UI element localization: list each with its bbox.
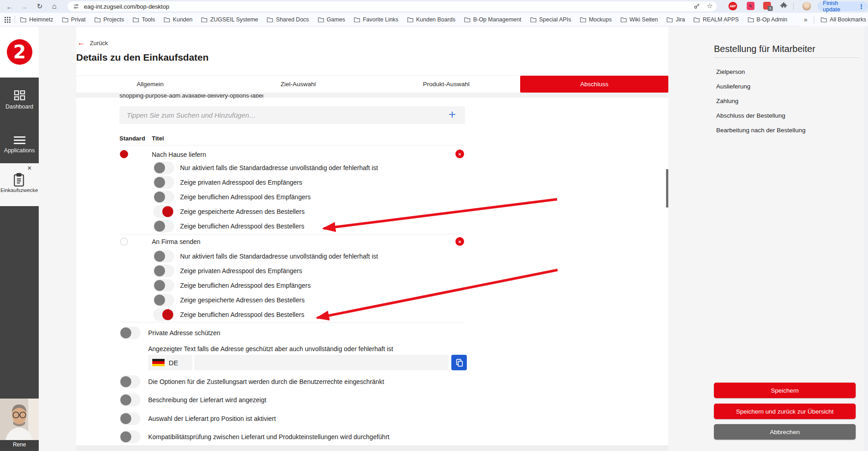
browser-toolbar: ← → ↻ ⌂ eag-int.zugseil.com/bop-desktop … xyxy=(0,0,868,13)
tab-produkt-auswahl[interactable]: Produkt-Auswahl xyxy=(372,76,521,93)
back-link[interactable]: ← Zurück xyxy=(78,38,108,47)
window-edge-scroll-area[interactable] xyxy=(864,26,868,451)
setting-toggle[interactable] xyxy=(153,176,174,189)
setting-toggle[interactable] xyxy=(153,161,174,174)
browser-menu-icon[interactable]: ⋮ xyxy=(858,3,864,10)
add-plus-icon[interactable]: + xyxy=(449,108,456,121)
setting-toggle[interactable] xyxy=(153,279,174,292)
bookmark-folder[interactable]: REALM APPS xyxy=(693,16,739,23)
sidebar-item-einkaufszwecke[interactable]: × Einkaufszwecke xyxy=(0,163,39,206)
bookmark-folder[interactable]: Kunden xyxy=(164,16,192,23)
copy-text-button[interactable] xyxy=(451,355,467,370)
vertical-scrollbar-thumb[interactable] xyxy=(666,169,668,207)
zugseil-logo[interactable]: 2 xyxy=(0,26,39,78)
nav-item-zahlung[interactable]: Zahlung xyxy=(716,98,739,104)
bookmark-folder[interactable]: Wiki Seiten xyxy=(620,16,658,23)
setting-toggle[interactable] xyxy=(153,264,174,277)
divider xyxy=(119,145,465,145)
url-bar[interactable]: eag-int.zugseil.com/bop-desktop ☆ xyxy=(67,1,717,11)
close-icon[interactable]: × xyxy=(27,164,31,172)
bookmarks-overflow-icon[interactable]: » xyxy=(804,16,807,23)
browser-back-icon[interactable]: ← xyxy=(4,0,16,13)
user-avatar[interactable] xyxy=(0,399,39,440)
delivery-per-position-toggle[interactable] xyxy=(119,412,140,425)
save-and-back-button[interactable]: Speichern und zurück zur Übersicht xyxy=(714,404,856,419)
bookmark-star-icon[interactable]: ☆ xyxy=(707,2,713,10)
compatibility-check-toggle[interactable] xyxy=(119,430,140,443)
bookmark-folder[interactable]: Special APIs xyxy=(530,16,571,23)
standard-radio[interactable] xyxy=(120,150,128,158)
pen-extension-icon[interactable]: ✎ xyxy=(747,2,754,10)
password-key-icon[interactable] xyxy=(694,3,700,11)
close-icon: × xyxy=(458,239,461,244)
notification-extension-icon[interactable]: 5 xyxy=(763,2,771,10)
browser-profile-avatar[interactable] xyxy=(802,2,811,10)
bookmark-folder[interactable]: Favorite Links xyxy=(354,16,398,23)
search-input[interactable] xyxy=(119,106,465,124)
bookmarks-bar: Heimnetz Privat Projects Tools Kunden ZU… xyxy=(0,13,868,26)
setting-toggle[interactable] xyxy=(153,294,174,306)
tab-allgemein[interactable]: Allgemein xyxy=(76,76,224,93)
sidebar-item-applications[interactable]: Applications xyxy=(0,136,39,154)
folder-icon xyxy=(354,17,360,22)
bookmark-folder[interactable]: Tools xyxy=(133,16,155,23)
protected-text-input[interactable] xyxy=(194,355,449,370)
app-sidebar: 2 Dashboard Applications × Einkaufszweck… xyxy=(0,26,39,451)
apps-grid-icon[interactable] xyxy=(5,16,10,25)
url-text[interactable]: eag-int.zugseil.com/bop-desktop xyxy=(84,3,169,10)
nav-item-bearbeitung-nach-der-bestellung[interactable]: Bearbeitung nach der Bestellung xyxy=(716,127,806,134)
bookmark-folder[interactable]: ZUGSEIL Systeme xyxy=(201,16,258,23)
bookmark-folder[interactable]: Jira xyxy=(666,16,685,23)
setting-label: Zeige gespeicherte Adressen des Bestelle… xyxy=(180,207,305,216)
nav-item-abschluss-der-bestellung[interactable]: Abschluss der Bestellung xyxy=(716,112,785,119)
save-button[interactable]: Speichern xyxy=(714,383,856,398)
browser-home-icon[interactable]: ⌂ xyxy=(48,0,60,13)
language-selector[interactable]: DE xyxy=(148,355,192,370)
notification-count-badge: 5 xyxy=(768,6,773,11)
adblock-extension-icon[interactable]: ABP xyxy=(728,2,737,10)
setting-toggle[interactable] xyxy=(153,220,174,233)
bookmark-folder[interactable]: Heimnetz xyxy=(20,16,53,23)
bookmarks-row: Heimnetz Privat Projects Tools Kunden ZU… xyxy=(20,13,790,26)
tab-abschluss[interactable]: Abschluss xyxy=(520,76,668,93)
setting-toggle[interactable] xyxy=(153,308,174,321)
bookmark-folder[interactable]: Mockups xyxy=(580,16,612,23)
delivery-option-title: Nach Hause liefern xyxy=(152,150,206,159)
setting-toggle[interactable] xyxy=(153,205,174,218)
cancel-button[interactable]: Abbrechen xyxy=(714,424,856,440)
finish-update-button[interactable]: Finish update ⋮ xyxy=(817,1,868,11)
right-panel-divider xyxy=(714,57,860,58)
nav-item-auslieferung[interactable]: Auslieferung xyxy=(716,83,750,90)
horizontal-scrollbar-track[interactable] xyxy=(76,446,668,451)
bookmark-folder[interactable]: B-Op Admin xyxy=(748,16,787,23)
bookmark-folder[interactable]: Shared Docs xyxy=(267,16,309,23)
setting-label: Nur aktiviert falls die Standardadresse … xyxy=(180,252,378,260)
extensions-puzzle-icon[interactable] xyxy=(780,2,788,12)
site-settings-icon[interactable] xyxy=(73,3,79,10)
delivery-option-title: An Firma senden xyxy=(152,238,201,246)
nav-item-zielperson[interactable]: Zielperson xyxy=(716,68,745,75)
bookmark-folder[interactable]: B-Op Management xyxy=(464,16,522,23)
browser-reload-icon[interactable]: ↻ xyxy=(34,0,46,13)
browser-forward-icon[interactable]: → xyxy=(18,0,30,13)
folder-icon xyxy=(580,17,586,22)
bookmark-folder[interactable]: Projects xyxy=(94,16,124,23)
protect-address-toggle[interactable] xyxy=(119,327,140,339)
bookmark-folder[interactable]: Games xyxy=(318,16,345,23)
sidebar-item-dashboard[interactable]: Dashboard xyxy=(0,90,39,110)
remove-option-button[interactable]: × xyxy=(455,150,464,158)
sidebar-item-label: Einkaufszwecke xyxy=(0,187,38,194)
remove-option-button[interactable]: × xyxy=(455,237,464,246)
setting-toggle[interactable] xyxy=(153,250,174,263)
user-rights-restrict-toggle[interactable] xyxy=(119,375,140,388)
clipboard-icon xyxy=(13,173,25,189)
bookmark-folder[interactable]: Privat xyxy=(62,16,86,23)
bookmark-folder[interactable]: Kunden Boards xyxy=(407,16,455,23)
tab-ziel-auswahl[interactable]: Ziel-Auswahl xyxy=(224,76,372,93)
show-delivery-description-toggle[interactable] xyxy=(119,394,140,406)
setting-toggle[interactable] xyxy=(153,191,174,203)
all-bookmarks-button[interactable]: All Bookmarks xyxy=(821,16,866,23)
standard-radio[interactable] xyxy=(120,238,128,246)
sidebar-item-label: Applications xyxy=(0,147,39,154)
close-icon: × xyxy=(458,151,461,157)
